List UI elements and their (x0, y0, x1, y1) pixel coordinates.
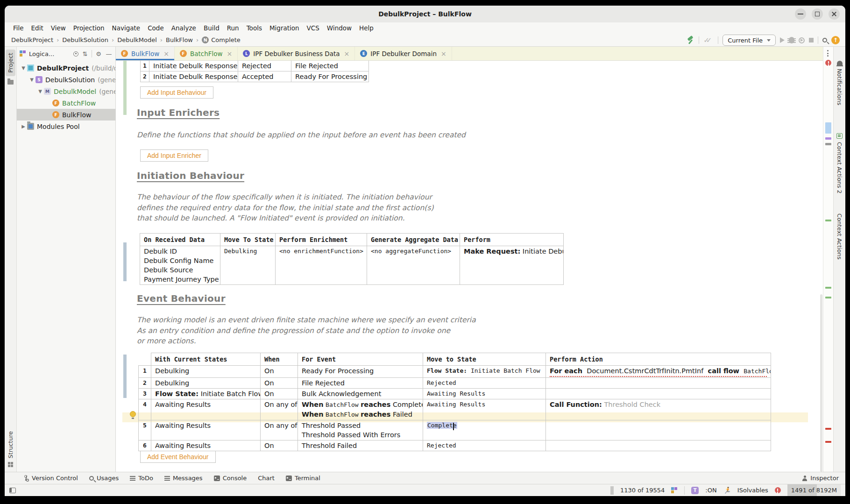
tool-window-context-actions[interactable]: Context Actions (836, 213, 843, 260)
menu-migration[interactable]: Migration (266, 23, 303, 33)
stripe-mark[interactable] (825, 137, 831, 140)
cell-when[interactable]: On (261, 389, 298, 399)
cell-move[interactable]: Rejected (423, 378, 546, 389)
menu-code[interactable]: Code (144, 23, 168, 33)
input-behaviour-table[interactable]: 1 Initiate Debulk Response Rejected File… (140, 61, 369, 82)
tool-window-todo[interactable]: ToDo (130, 475, 153, 482)
chevron-collapsed-icon[interactable]: ▶ (20, 124, 27, 129)
event-behaviour-table[interactable]: With Current States When For Event Move … (138, 353, 771, 451)
close-button[interactable] (829, 8, 840, 20)
cell-action[interactable] (546, 378, 771, 389)
cell-action[interactable] (546, 389, 771, 399)
context-actions-icon[interactable] (836, 133, 843, 139)
update-available-icon[interactable]: ↑ (831, 36, 840, 44)
cell-input[interactable]: Initiate Debulk Response (149, 61, 238, 71)
tool-window-project[interactable]: Project (6, 50, 15, 76)
error-count-icon[interactable] (825, 60, 831, 66)
tree-item-model[interactable]: ▼ M DebulkModel (gene (17, 85, 115, 97)
menu-run[interactable]: Run (223, 23, 243, 33)
tree-item-modules-pool[interactable]: ▶ Modules Pool (17, 121, 115, 132)
tree-item-bulkflow[interactable]: F BulkFlow (17, 109, 115, 121)
run-icon[interactable] (780, 37, 785, 43)
tree-item-solution[interactable]: ▼ S DebulkSolution (gene (17, 74, 115, 85)
tool-window-terminal[interactable]: Terminal (286, 475, 320, 482)
close-icon[interactable]: × (344, 50, 350, 57)
chevron-expanded-icon[interactable]: ▼ (28, 77, 35, 82)
cell-move[interactable]: Awaiting Results (423, 389, 546, 399)
stripe-mark[interactable] (825, 220, 831, 221)
tool-window-messages[interactable]: Messages (164, 475, 203, 482)
cell-input[interactable]: Initiate Debulk Response (149, 71, 238, 82)
menu-vcs[interactable]: VCS (303, 23, 323, 33)
menu-window[interactable]: Window (323, 23, 355, 33)
cell-perform[interactable]: Make Request: Initiate Debulk (460, 246, 564, 285)
notifications-bell-icon[interactable] (837, 61, 843, 65)
tool-window-context-actions-2[interactable]: Context Actions 2 (836, 142, 843, 194)
cell-event[interactable]: File Rejected (298, 378, 423, 389)
coverage-icon[interactable] (799, 37, 805, 43)
tab-list-icon[interactable] (827, 50, 829, 57)
close-icon[interactable]: × (227, 50, 233, 57)
intention-lightbulb-icon[interactable] (130, 411, 136, 417)
cell-states[interactable]: Debulking (151, 366, 261, 378)
menu-build[interactable]: Build (200, 23, 223, 33)
stripe-mark[interactable] (825, 297, 831, 298)
tool-window-chart[interactable]: Chart (258, 475, 275, 482)
cell-states[interactable]: Awaiting Results (151, 399, 261, 420)
menu-tools[interactable]: Tools (243, 23, 266, 33)
stripe-mark[interactable] (825, 143, 831, 145)
cell-aggregate[interactable]: <no aggregateFunction> (367, 246, 460, 285)
cell-event[interactable]: Threshold Failed (298, 440, 423, 451)
stripe-mark[interactable] (825, 287, 831, 289)
cell-move[interactable]: Rejected (423, 440, 546, 451)
tool-window-notifications[interactable]: Notifications (836, 69, 843, 105)
add-input-enricher-button[interactable]: Add Input Enricher (140, 149, 208, 162)
tool-window-version-control[interactable]: Version Control (23, 475, 78, 482)
cell-when[interactable]: On (261, 366, 298, 378)
tool-window-structure[interactable]: Structure (7, 431, 14, 467)
cell-event[interactable]: Ready For Processing (298, 366, 423, 378)
tab-bulkflow[interactable]: F BulkFlow × (116, 47, 175, 60)
stop-icon[interactable] (809, 38, 814, 43)
editor-canvas[interactable]: 1 Initiate Debulk Response Rejected File… (116, 61, 823, 472)
initiation-behaviour-table[interactable]: On Received Data Move To State Perform E… (140, 233, 564, 285)
cell-result[interactable]: Accepted (238, 71, 291, 82)
cell-action[interactable]: For each Document.CstmrCdtTrfInitn.PmtIn… (546, 366, 771, 378)
search-icon[interactable] (822, 38, 827, 43)
cell-event[interactable]: Ready For Processing (291, 71, 369, 82)
cell-event[interactable]: Bulk Acknowledgement (298, 389, 423, 399)
cell-move[interactable]: Flow State: Initiate Batch Flow (423, 366, 546, 378)
breadcrumb-flow[interactable]: BulkFlow (166, 36, 193, 43)
cell-action[interactable]: Call Function: Threshold Check (546, 399, 771, 420)
breadcrumb-project[interactable]: DebulkProject (11, 36, 53, 43)
commit-checks-icon[interactable]: ✓✓ (703, 36, 714, 44)
chevron-expanded-icon[interactable]: ▼ (36, 89, 44, 94)
cell-states[interactable]: Awaiting Results (151, 440, 261, 451)
build-hammer-icon[interactable] (686, 36, 694, 44)
run-configuration-select[interactable]: Current File (722, 35, 776, 46)
tool-window-usages[interactable]: Usages (89, 475, 119, 482)
chevron-expanded-icon[interactable]: ▼ (20, 65, 27, 71)
cell-states[interactable]: Debulking (151, 378, 261, 389)
error-indicator-icon[interactable] (775, 487, 781, 493)
menu-help[interactable]: Help (355, 23, 377, 33)
maximize-button[interactable] (812, 8, 823, 20)
cell-when[interactable]: On (261, 378, 298, 389)
debug-icon[interactable] (789, 37, 794, 43)
cell-when[interactable]: On any of (261, 420, 298, 440)
close-icon[interactable]: × (441, 50, 446, 57)
dsl-status-icon[interactable] (671, 487, 678, 494)
cell-states[interactable]: Flow State: Initiate Batch Flow (151, 389, 261, 399)
menu-projection[interactable]: Projection (70, 23, 108, 33)
tab-batchflow[interactable]: F BatchFlow × (175, 47, 238, 60)
add-event-behaviour-button[interactable]: Add Event Behaviour (140, 451, 216, 463)
breadcrumb-model[interactable]: DebulkModel (117, 36, 157, 43)
cell-event[interactable]: File Rejected (291, 61, 369, 71)
close-icon[interactable]: × (163, 50, 169, 57)
cell-action[interactable] (546, 440, 771, 451)
cell-enrichment[interactable]: <no enrichmentFunction> (276, 246, 367, 285)
breadcrumb-node[interactable]: Complete (211, 36, 241, 43)
minimize-button[interactable] (795, 8, 806, 20)
cell-received-data[interactable]: Debulk ID Debulk Config Name Debulk Sour… (140, 246, 220, 285)
menu-edit[interactable]: Edit (28, 23, 47, 33)
